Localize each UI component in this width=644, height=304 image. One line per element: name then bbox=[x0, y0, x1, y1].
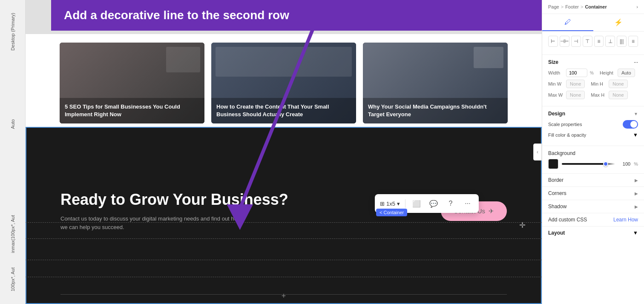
dropdown-arrow-icon: ▾ bbox=[397, 201, 400, 207]
corners-label: Corners bbox=[548, 190, 566, 196]
style-icon: 🖊 bbox=[564, 18, 571, 26]
annotation-text: Add a decorative line to the second row bbox=[64, 9, 289, 22]
shadow-row[interactable]: Shadow ▶ bbox=[542, 200, 644, 213]
border-label: Border bbox=[548, 177, 564, 183]
settings-icon: ⚡ bbox=[614, 19, 623, 26]
design-section: Design ▼ Scale properties Fill color & o… bbox=[542, 106, 644, 146]
layout-row[interactable]: Layout ▼ bbox=[542, 227, 644, 239]
align-center-v-button[interactable]: ≡ bbox=[594, 36, 604, 47]
layout-arrow-icon: ▼ bbox=[633, 230, 638, 236]
annotation-banner: Add a decorative line to the second row bbox=[51, 0, 542, 31]
blog-card-3-title: Why Your Social Media Campaigns Shouldn'… bbox=[368, 103, 503, 118]
bg-color-swatch[interactable] bbox=[548, 159, 558, 169]
more-options-button[interactable]: ··· bbox=[462, 198, 474, 209]
blog-card-1[interactable]: 5 SEO Tips for Small Businesses You Coul… bbox=[60, 43, 204, 123]
add-row-button[interactable]: + bbox=[282, 292, 286, 301]
shadow-arrow-icon: ▶ bbox=[635, 204, 638, 209]
distribute-h-button[interactable]: ||| bbox=[617, 36, 627, 47]
min-w-value[interactable]: None bbox=[566, 80, 585, 88]
corners-arrow-icon: ▶ bbox=[635, 191, 638, 196]
breadcrumb-sep-1: > bbox=[561, 4, 564, 9]
align-buttons-row: ⊢ ⊣⊢ ⊣ ⊤ ≡ ⊥ ||| ≡ bbox=[548, 36, 638, 47]
label-inmax: inmax(100px*, Aut bbox=[10, 215, 15, 253]
max-w-value[interactable]: None bbox=[566, 91, 585, 99]
canvas-area: Add a decorative line to the second row … bbox=[26, 0, 542, 304]
breadcrumb-footer[interactable]: Footer bbox=[565, 4, 579, 9]
footer-subtext: Contact us today to discuss your digital… bbox=[60, 215, 244, 231]
breadcrumb-path: Page > Footer > Container bbox=[548, 4, 607, 9]
tab-style[interactable]: 🖊 bbox=[542, 14, 593, 31]
custom-css-row: Add custom CSS Learn How bbox=[542, 213, 644, 227]
corners-row[interactable]: Corners ▶ bbox=[542, 187, 644, 200]
toggle-thumb bbox=[630, 121, 637, 128]
size-more-icon[interactable]: ··· bbox=[634, 59, 638, 65]
align-right-button[interactable]: ⊣ bbox=[571, 36, 581, 47]
tab-settings[interactable]: ⚡ bbox=[593, 14, 644, 31]
design-title: Design bbox=[548, 111, 565, 117]
align-top-button[interactable]: ⊤ bbox=[583, 36, 592, 47]
minmax-w-row: Min W None Min H None bbox=[548, 80, 638, 88]
maxsize-row: Max W None Max H None bbox=[548, 91, 638, 99]
scale-label: Scale properties bbox=[548, 122, 582, 127]
grid-icon-group: ⊞ 1x5 ▾ bbox=[380, 201, 400, 207]
opacity-slider[interactable] bbox=[562, 163, 615, 165]
distribute-v-button[interactable]: ≡ bbox=[628, 36, 638, 47]
panel-collapse-button[interactable]: ‹ bbox=[533, 143, 542, 161]
min-h-value[interactable]: None bbox=[609, 80, 627, 88]
image-icon-button[interactable]: ⬜ bbox=[411, 198, 423, 209]
panel-expand-icon[interactable]: › bbox=[636, 4, 638, 9]
learn-how-link[interactable]: Learn How bbox=[613, 217, 638, 223]
align-bottom-button[interactable]: ⊥ bbox=[605, 36, 615, 47]
label-desktop: Desktop (Primary) bbox=[10, 13, 15, 51]
dashed-line-2 bbox=[26, 238, 542, 239]
fill-label: Fill color & opacity bbox=[548, 132, 586, 138]
blog-card-2[interactable]: How to Create the Content That Your Smal… bbox=[211, 43, 356, 123]
design-arrow-icon[interactable]: ▼ bbox=[634, 112, 638, 116]
panel-tabs: 🖊 ⚡ bbox=[542, 14, 644, 32]
move-handle-icon[interactable]: ✛ bbox=[519, 221, 526, 230]
fill-arrow-icon[interactable]: ▼ bbox=[633, 132, 638, 138]
max-h-value[interactable]: None bbox=[609, 91, 627, 99]
size-section-header[interactable]: Size ··· bbox=[548, 59, 638, 65]
footer-text-block: Ready to Grow Your Business? Contact us … bbox=[60, 191, 288, 231]
scale-row: Scale properties bbox=[548, 120, 638, 129]
max-h-label: Max H bbox=[591, 92, 606, 98]
size-section: Size ··· Width % Height Auto Min W None … bbox=[542, 55, 644, 106]
opacity-slider-thumb bbox=[603, 161, 608, 166]
blog-card-3[interactable]: Why Your Social Media Campaigns Shouldn'… bbox=[363, 43, 508, 123]
height-label: Height bbox=[600, 70, 615, 75]
comment-icon-button[interactable]: 💬 bbox=[428, 198, 440, 209]
breadcrumb-current: Container bbox=[585, 4, 607, 9]
grid-label-text: 1x5 bbox=[386, 201, 395, 207]
opacity-value: 100 bbox=[618, 161, 630, 166]
align-center-h-button[interactable]: ⊣⊢ bbox=[560, 36, 569, 47]
shadow-label: Shadow bbox=[548, 204, 566, 209]
help-icon-button[interactable]: ? bbox=[445, 198, 457, 209]
dashed-line-3 bbox=[26, 260, 542, 260]
footer-heading: Ready to Grow Your Business? bbox=[60, 191, 288, 209]
scale-toggle[interactable] bbox=[623, 120, 638, 129]
border-arrow-icon: ▶ bbox=[635, 178, 638, 183]
height-auto[interactable]: Auto bbox=[618, 69, 635, 77]
background-section: Background 100 % bbox=[542, 146, 644, 174]
fill-row[interactable]: Fill color & opacity ▼ bbox=[548, 132, 638, 138]
label-auto: Auto bbox=[10, 119, 15, 129]
dashed-line-4 bbox=[26, 277, 542, 277]
bg-label: Background bbox=[548, 150, 638, 156]
width-unit: % bbox=[590, 71, 594, 75]
blog-card-2-title: How to Create the Content That Your Smal… bbox=[216, 103, 351, 118]
width-label: Width bbox=[548, 70, 564, 75]
border-row[interactable]: Border ▶ bbox=[542, 174, 644, 187]
css-label: Add custom CSS bbox=[548, 217, 587, 223]
max-w-label: Max W bbox=[548, 92, 564, 98]
toolbar-divider-1 bbox=[405, 199, 405, 208]
footer-section[interactable]: Ready to Grow Your Business? Contact us … bbox=[26, 127, 542, 304]
align-left-button[interactable]: ⊢ bbox=[548, 36, 558, 47]
design-header[interactable]: Design ▼ bbox=[548, 111, 638, 117]
opacity-unit: % bbox=[634, 161, 638, 166]
panel-breadcrumb: Page > Footer > Container › bbox=[542, 0, 644, 14]
layout-label: Layout bbox=[548, 230, 565, 236]
width-input[interactable] bbox=[566, 69, 587, 77]
breadcrumb-page[interactable]: Page bbox=[548, 4, 559, 9]
container-badge[interactable]: < Container bbox=[376, 209, 407, 216]
